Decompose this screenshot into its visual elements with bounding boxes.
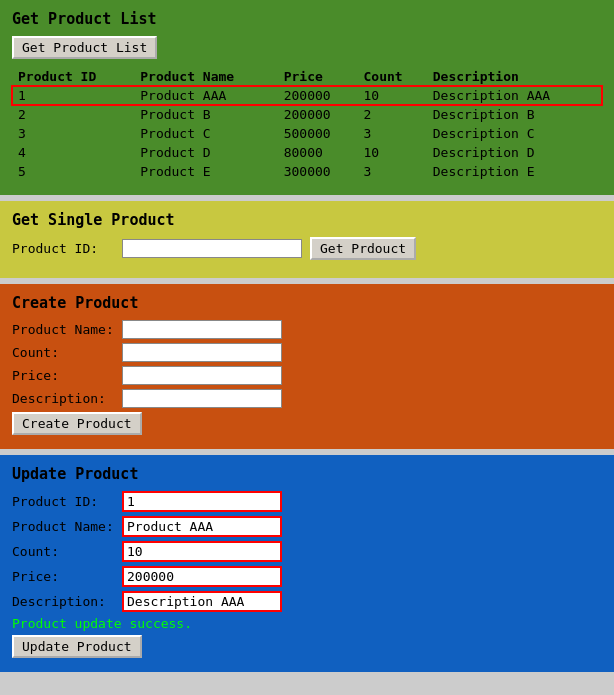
table-row[interactable]: 4Product D8000010Description D (12, 143, 602, 162)
create-form-row-3: Description: (12, 389, 602, 408)
update-input-1[interactable] (122, 516, 282, 537)
table-cell-price: 200000 (278, 105, 358, 124)
update-form-row-4: Description: (12, 591, 602, 612)
update-label-3: Price: (12, 569, 122, 584)
table-cell-id: 5 (12, 162, 134, 181)
create-product-form: Product Name:Count:Price:Description: (12, 320, 602, 408)
create-product-title: Create Product (12, 294, 602, 312)
table-row[interactable]: 3Product C5000003Description C (12, 124, 602, 143)
product-id-input[interactable] (122, 239, 302, 258)
create-product-button[interactable]: Create Product (12, 412, 142, 435)
create-form-row-2: Price: (12, 366, 602, 385)
table-cell-description: Description C (427, 124, 602, 143)
table-cell-id: 4 (12, 143, 134, 162)
update-input-3[interactable] (122, 566, 282, 587)
update-input-2[interactable] (122, 541, 282, 562)
create-product-section: Create Product Product Name:Count:Price:… (0, 284, 614, 449)
update-product-button[interactable]: Update Product (12, 635, 142, 658)
update-form-row-1: Product Name: (12, 516, 602, 537)
update-label-0: Product ID: (12, 494, 122, 509)
create-input-3[interactable] (122, 389, 282, 408)
table-cell-description: Description AAA (427, 86, 602, 105)
create-label-0: Product Name: (12, 322, 122, 337)
create-label-2: Price: (12, 368, 122, 383)
table-row[interactable]: 2Product B2000002Description B (12, 105, 602, 124)
table-cell-name: Product D (134, 143, 277, 162)
table-cell-count: 3 (358, 124, 427, 143)
create-input-1[interactable] (122, 343, 282, 362)
update-form-row-3: Price: (12, 566, 602, 587)
table-cell-id: 1 (12, 86, 134, 105)
table-cell-name: Product E (134, 162, 277, 181)
col-header-id: Product ID (12, 67, 134, 86)
table-cell-description: Description D (427, 143, 602, 162)
col-header-count: Count (358, 67, 427, 86)
table-cell-description: Description E (427, 162, 602, 181)
create-input-0[interactable] (122, 320, 282, 339)
create-label-1: Count: (12, 345, 122, 360)
get-product-list-section: Get Product List Get Product List Produc… (0, 0, 614, 195)
get-single-product-section: Get Single Product Product ID: Get Prdou… (0, 201, 614, 278)
table-cell-count: 10 (358, 86, 427, 105)
create-form-row-1: Count: (12, 343, 602, 362)
table-row[interactable]: 1Product AAA20000010Description AAA (12, 86, 602, 105)
update-label-4: Description: (12, 594, 122, 609)
create-label-3: Description: (12, 391, 122, 406)
update-success-message: Product update success. (12, 616, 602, 631)
create-form-row-0: Product Name: (12, 320, 602, 339)
update-form-row-0: Product ID: (12, 491, 602, 512)
table-cell-count: 2 (358, 105, 427, 124)
table-cell-name: Product C (134, 124, 277, 143)
col-header-price: Price (278, 67, 358, 86)
table-cell-count: 3 (358, 162, 427, 181)
get-product-list-title: Get Product List (12, 10, 602, 28)
update-form-row-2: Count: (12, 541, 602, 562)
update-input-0[interactable] (122, 491, 282, 512)
update-label-2: Count: (12, 544, 122, 559)
get-product-list-button[interactable]: Get Product List (12, 36, 157, 59)
update-product-form: Product ID:Product Name:Count:Price:Desc… (12, 491, 602, 612)
table-cell-name: Product AAA (134, 86, 277, 105)
update-product-title: Update Product (12, 465, 602, 483)
update-label-1: Product Name: (12, 519, 122, 534)
product-id-label: Product ID: (12, 241, 122, 256)
get-product-button[interactable]: Get Prdouct (310, 237, 416, 260)
col-header-desc: Description (427, 67, 602, 86)
product-table: Product ID Product Name Price Count Desc… (12, 67, 602, 181)
table-cell-price: 500000 (278, 124, 358, 143)
table-cell-count: 10 (358, 143, 427, 162)
table-cell-price: 80000 (278, 143, 358, 162)
table-cell-id: 3 (12, 124, 134, 143)
update-product-section: Update Product Product ID:Product Name:C… (0, 455, 614, 672)
table-cell-description: Description B (427, 105, 602, 124)
table-cell-price: 200000 (278, 86, 358, 105)
col-header-name: Product Name (134, 67, 277, 86)
create-input-2[interactable] (122, 366, 282, 385)
update-input-4[interactable] (122, 591, 282, 612)
table-cell-price: 300000 (278, 162, 358, 181)
table-row[interactable]: 5Product E3000003Description E (12, 162, 602, 181)
get-single-product-title: Get Single Product (12, 211, 602, 229)
table-cell-name: Product B (134, 105, 277, 124)
table-cell-id: 2 (12, 105, 134, 124)
